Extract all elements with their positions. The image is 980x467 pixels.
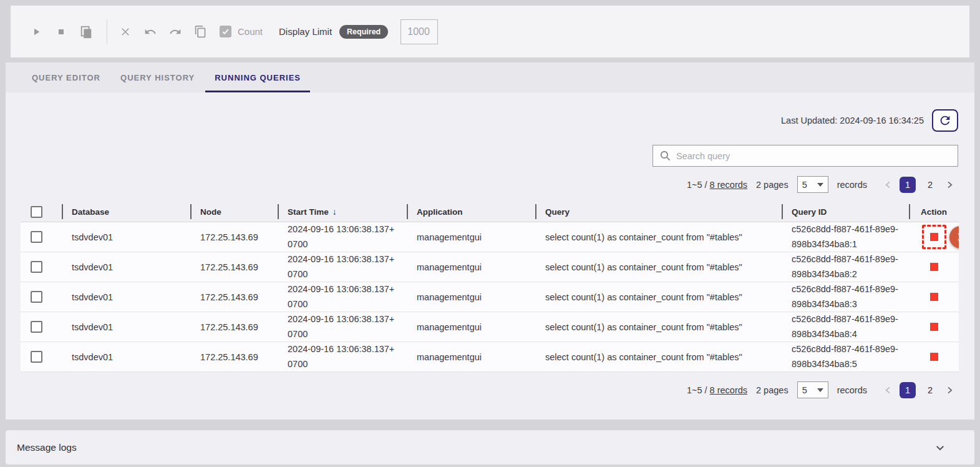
row-checkbox[interactable] <box>31 231 42 243</box>
pagination-top: 1~5 / 8 records 2 pages 5 records 1 2 <box>6 176 954 193</box>
cell-start-time: 2024-09-16 13:06:38.137+0700 <box>288 312 397 342</box>
row-checkbox[interactable] <box>31 291 42 303</box>
table-row: tsdvdev01 172.25.143.69 2024-09-16 13:06… <box>21 222 959 252</box>
tab-running-queries[interactable]: RUNNING QUERIES <box>205 62 310 92</box>
cell-application: managementgui <box>407 252 535 282</box>
chevron-right-icon[interactable] <box>944 385 954 395</box>
cell-query: select count(1) as container_count from … <box>535 222 782 252</box>
dropdown-arrow-icon <box>817 388 823 392</box>
message-logs-title: Message logs <box>17 442 77 453</box>
col-query-id: Query ID <box>792 207 827 217</box>
required-badge: Required <box>339 25 388 39</box>
cell-node: 172.25.143.69 <box>190 222 278 252</box>
close-icon[interactable] <box>117 24 133 40</box>
stop-query-icon[interactable] <box>930 293 938 301</box>
cell-database: tsdvdev01 <box>62 312 190 342</box>
cell-start-time: 2024-09-16 13:06:38.137+0700 <box>288 282 397 312</box>
records-link[interactable]: 8 records <box>710 180 747 190</box>
col-start-time[interactable]: Start Time <box>288 207 329 217</box>
cell-query-id: c526c8dd-f887-461f-89e9-898b34f34ba8:1 <box>792 222 899 252</box>
message-logs-panel[interactable]: Message logs <box>6 430 974 465</box>
cell-query-id: c526c8dd-f887-461f-89e9-898b34f34ba8:2 <box>792 252 899 282</box>
page-size-select[interactable]: 5 <box>797 176 828 193</box>
cell-application: managementgui <box>407 222 535 252</box>
tab-query-editor[interactable]: QUERY EDITOR <box>22 62 110 92</box>
page-button-2[interactable]: 2 <box>922 177 938 193</box>
col-query: Query <box>545 207 570 217</box>
chevron-left-icon[interactable] <box>883 385 893 395</box>
count-checkbox[interactable] <box>220 26 231 37</box>
stop-icon[interactable] <box>53 24 69 40</box>
stop-query-icon[interactable] <box>930 353 938 361</box>
pages-count: 2 pages <box>756 385 788 395</box>
table-row: tsdvdev01 172.25.143.69 2024-09-16 13:06… <box>21 282 959 312</box>
cell-query: select count(1) as container_count from … <box>535 342 782 371</box>
refresh-button[interactable] <box>932 109 958 132</box>
duplicate-icon[interactable] <box>78 24 94 40</box>
cell-database: tsdvdev01 <box>62 282 190 312</box>
row-checkbox[interactable] <box>31 321 42 333</box>
cell-database: tsdvdev01 <box>62 222 190 252</box>
query-toolbar: Count Display Limit Required <box>11 6 969 57</box>
cell-application: managementgui <box>407 282 535 312</box>
pagination-bottom: 1~5 / 8 records 2 pages 5 records 1 2 <box>6 381 954 398</box>
cell-application: managementgui <box>407 312 535 342</box>
cell-node: 172.25.143.69 <box>190 342 278 371</box>
col-database: Database <box>72 207 109 217</box>
row-checkbox[interactable] <box>31 261 42 273</box>
run-icon[interactable] <box>28 24 44 40</box>
annotation-badge: 1 <box>949 226 959 248</box>
cell-query: select count(1) as container_count from … <box>535 312 782 342</box>
dropdown-arrow-icon <box>817 183 823 187</box>
main-panel: QUERY EDITOR QUERY HISTORY RUNNING QUERI… <box>6 62 974 420</box>
record-range: 1~5 / 8 records <box>687 180 747 190</box>
copy-icon[interactable] <box>192 24 208 40</box>
search-input[interactable] <box>676 151 951 161</box>
table-header-row: Database Node Start Time↓ Application Qu… <box>21 202 959 222</box>
chevron-left-icon[interactable] <box>883 180 893 190</box>
page-size-select[interactable]: 5 <box>797 381 828 398</box>
records-label: records <box>837 385 867 395</box>
last-updated-text: Last Updated: 2024-09-16 16:34:25 <box>781 116 924 125</box>
cell-node: 172.25.143.69 <box>190 312 278 342</box>
page-button-2[interactable]: 2 <box>922 382 938 398</box>
col-application: Application <box>417 207 463 217</box>
display-limit-label: Display Limit <box>279 26 332 37</box>
redo-icon[interactable] <box>167 24 183 40</box>
table-row: tsdvdev01 172.25.143.69 2024-09-16 13:06… <box>21 312 959 342</box>
page-button-1[interactable]: 1 <box>900 382 916 398</box>
tab-query-history[interactable]: QUERY HISTORY <box>111 62 204 92</box>
cell-database: tsdvdev01 <box>62 342 190 371</box>
col-action: Action <box>921 207 947 217</box>
cell-query-id: c526c8dd-f887-461f-89e9-898b34f34ba8:4 <box>792 312 899 342</box>
select-all-checkbox[interactable] <box>31 206 42 218</box>
annotation-box <box>922 225 946 249</box>
cell-start-time: 2024-09-16 13:06:38.137+0700 <box>288 222 397 252</box>
search-box[interactable] <box>653 145 958 167</box>
row-checkbox[interactable] <box>31 351 42 363</box>
cell-query: select count(1) as container_count from … <box>535 282 782 312</box>
cell-start-time: 2024-09-16 13:06:38.137+0700 <box>288 252 397 282</box>
cell-query: select count(1) as container_count from … <box>535 252 782 282</box>
cell-start-time: 2024-09-16 13:06:38.137+0700 <box>288 342 397 371</box>
toolbar-divider <box>107 19 107 44</box>
display-limit-input[interactable] <box>400 19 438 44</box>
stop-query-icon[interactable] <box>930 263 938 271</box>
refresh-icon <box>938 114 952 127</box>
page-button-1[interactable]: 1 <box>900 177 916 193</box>
sort-desc-icon[interactable]: ↓ <box>332 207 337 217</box>
search-icon <box>659 150 671 162</box>
stop-query-icon[interactable] <box>930 323 938 331</box>
cell-application: managementgui <box>407 342 535 371</box>
undo-icon[interactable] <box>142 24 158 40</box>
table-row: tsdvdev01 172.25.143.69 2024-09-16 13:06… <box>21 252 959 282</box>
tab-strip: QUERY EDITOR QUERY HISTORY RUNNING QUERI… <box>6 62 974 92</box>
chevron-right-icon[interactable] <box>944 180 954 190</box>
cell-node: 172.25.143.69 <box>190 252 278 282</box>
records-label: records <box>837 180 867 190</box>
records-link[interactable]: 8 records <box>710 385 747 395</box>
chevron-down-icon[interactable] <box>934 442 946 453</box>
cell-query-id: c526c8dd-f887-461f-89e9-898b34f34ba8:5 <box>792 342 899 371</box>
cell-query-id: c526c8dd-f887-461f-89e9-898b34f34ba8:3 <box>792 282 899 312</box>
stop-query-icon[interactable] <box>930 233 938 241</box>
